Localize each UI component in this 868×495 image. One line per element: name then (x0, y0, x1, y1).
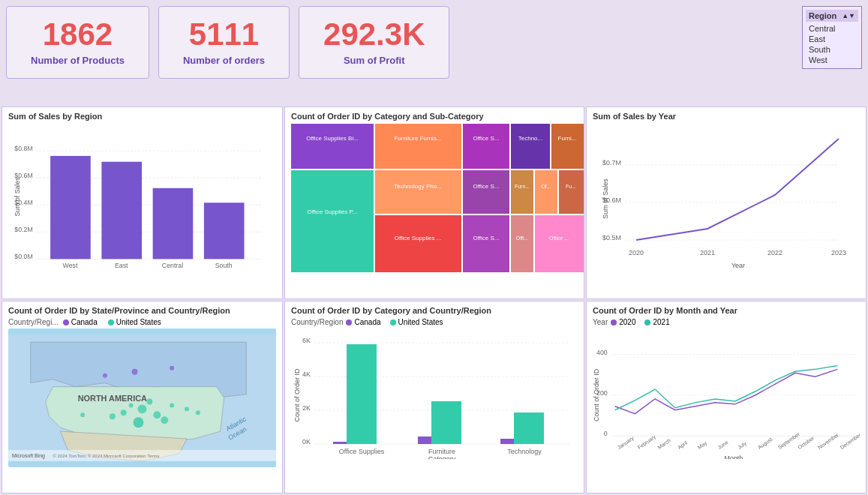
map-legend-us: United States (108, 318, 161, 326)
orders-legend-us: United States (390, 318, 443, 326)
svg-point-75 (161, 416, 168, 424)
orders-by-category-chart: 0K 2K 4K 6K (291, 328, 578, 459)
svg-text:Office Supplies: Office Supplies (339, 448, 385, 455)
svg-rect-42 (559, 170, 584, 214)
svg-point-66 (138, 404, 147, 413)
svg-text:Count of Order ID: Count of Order ID (593, 369, 600, 422)
svg-rect-97 (514, 412, 544, 444)
svg-text:Furniture: Furniture (428, 448, 455, 455)
svg-text:2K: 2K (302, 404, 311, 412)
filter-sort-icon[interactable]: ▲▼ (842, 12, 855, 20)
filter-label: Region (809, 11, 836, 20)
svg-rect-20 (291, 124, 374, 169)
svg-text:2021: 2021 (700, 249, 715, 256)
svg-text:Sum of Sales: Sum of Sales (602, 178, 609, 219)
svg-point-72 (185, 406, 189, 411)
map-panel: Count of Order ID by State/Province and … (2, 301, 283, 494)
dashboard: Region ▲▼ Central East South West 1862 N… (0, 0, 868, 495)
svg-rect-11 (101, 162, 142, 260)
svg-text:January: January (617, 435, 635, 451)
treemap-title: Count of Order ID by Category and Sub-Ca… (291, 112, 578, 121)
svg-text:0: 0 (604, 430, 608, 437)
svg-text:Technology: Technology (507, 448, 542, 455)
svg-text:Central: Central (162, 262, 183, 269)
sales-by-region-svg: $0.0M $0.2M $0.4M $0.6M $0.8M (8, 124, 276, 270)
svg-text:6K: 6K (302, 337, 311, 344)
svg-text:2020: 2020 (629, 249, 644, 256)
filter-title: Region ▲▼ (806, 10, 858, 22)
svg-text:Office S...: Office S... (473, 135, 500, 142)
svg-text:Fu...: Fu... (566, 184, 576, 189)
svg-rect-36 (463, 170, 509, 214)
orders-cat-svg: 0K 2K 4K 6K (291, 328, 578, 459)
svg-text:May: May (697, 440, 709, 451)
orders-by-month-panel: Count of Order ID by Month and Year Year… (586, 301, 866, 494)
svg-text:Office Supplies P...: Office Supplies P... (308, 208, 358, 215)
svg-text:March: March (656, 437, 671, 450)
svg-text:December: December (839, 432, 860, 450)
svg-text:Office S...: Office S... (473, 235, 500, 242)
year2020-dot (611, 320, 617, 326)
svg-point-73 (110, 413, 116, 419)
svg-text:$0.7M: $0.7M (602, 159, 621, 166)
svg-text:4K: 4K (302, 370, 311, 378)
map-legend-canada: Canada (63, 318, 98, 326)
svg-rect-13 (204, 202, 245, 259)
svg-text:$0.0M: $0.0M (14, 253, 32, 260)
svg-text:Furniture Furnis...: Furniture Furnis... (394, 135, 441, 142)
svg-rect-30 (291, 170, 374, 272)
filter-item-west[interactable]: West (806, 55, 858, 65)
us-dot (108, 320, 114, 326)
month-svg: 0 200 400 January February March April (593, 328, 860, 459)
svg-text:Month: Month (725, 454, 743, 459)
sales-by-year-svg: $0.5M $0.6M $0.7M 2020 2021 2022 2023 Ye… (593, 124, 860, 274)
svg-text:0K: 0K (302, 438, 311, 446)
svg-rect-12 (153, 188, 194, 260)
svg-text:2022: 2022 (767, 249, 782, 256)
svg-text:July: July (737, 440, 748, 451)
sales-by-year-title: Sum of Sales by Year (593, 112, 860, 121)
svg-text:August: August (757, 436, 773, 451)
svg-rect-94 (418, 436, 431, 444)
orders-by-category-panel: Count of Order ID by Category and Countr… (284, 301, 584, 494)
orders-by-month-chart: 0 200 400 January February March April (593, 328, 860, 459)
svg-rect-22 (375, 124, 461, 169)
filter-item-east[interactable]: East (806, 34, 858, 44)
svg-rect-46 (511, 215, 533, 272)
filter-item-central[interactable]: Central (806, 23, 858, 34)
svg-rect-10 (50, 156, 91, 259)
orders-by-category-title: Count of Order ID by Category and Countr… (291, 306, 578, 315)
map-svg: Atlantic Ocean NORTH AMERICA (8, 328, 276, 467)
svg-text:$0.8M: $0.8M (14, 145, 32, 152)
svg-text:June: June (716, 440, 728, 450)
svg-text:Office Supplies ...: Office Supplies ... (395, 235, 442, 242)
svg-text:Technology Pho...: Technology Pho... (394, 183, 442, 190)
svg-rect-95 (431, 401, 461, 444)
kpi-orders: 5111 Number of orders (158, 6, 290, 79)
svg-text:Office S...: Office S... (473, 183, 500, 190)
kpi-profit: 292.3K Sum of Profit (299, 6, 449, 79)
svg-rect-93 (347, 344, 377, 444)
svg-point-80 (103, 374, 107, 378)
orders-legend-canada: Canada (346, 318, 380, 326)
filter-item-south[interactable]: South (806, 44, 858, 55)
sales-by-region-title: Sum of Sales by Region (8, 112, 276, 121)
svg-rect-44 (463, 215, 509, 272)
svg-rect-92 (333, 442, 347, 444)
svg-text:Office ...: Office ... (549, 236, 569, 241)
sales-by-region-chart: $0.0M $0.2M $0.4M $0.6M $0.8M (8, 124, 276, 270)
month-legend-2020: 2020 (611, 318, 635, 326)
svg-text:Category: Category (428, 455, 456, 459)
svg-text:$0.2M: $0.2M (14, 226, 32, 233)
sales-by-year-panel: Sum of Sales by Year $0.5M $0.6M $0.7M 2… (586, 106, 866, 299)
svg-text:October: October (797, 435, 815, 450)
kpi-profit-value: 292.3K (323, 19, 425, 50)
svg-rect-24 (463, 124, 509, 169)
map-title: Count of Order ID by State/Province and … (8, 306, 276, 315)
svg-text:East: East (115, 262, 128, 269)
map-visual: Atlantic Ocean NORTH AMERICA (8, 328, 276, 467)
year2021-dot (644, 320, 650, 326)
kpi-row: 1862 Number of Products 5111 Number of o… (6, 6, 449, 79)
kpi-orders-value: 5111 (183, 19, 265, 50)
orders-by-month-title: Count of Order ID by Month and Year (593, 306, 860, 315)
